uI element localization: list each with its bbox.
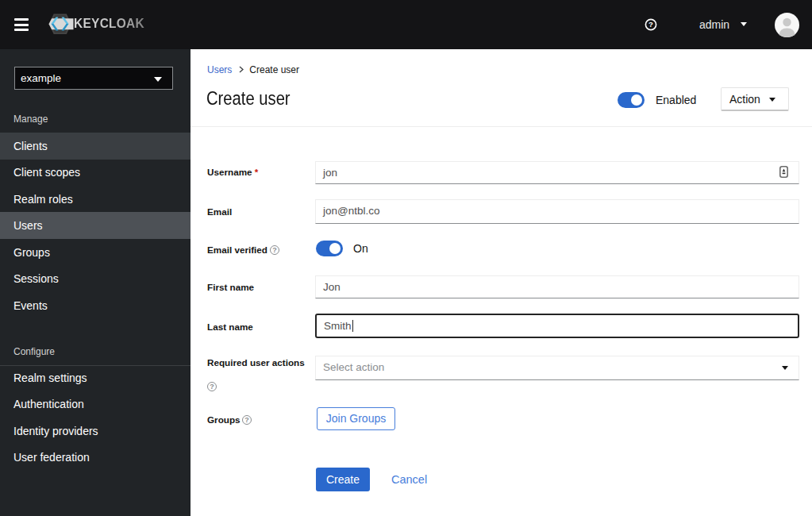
svg-text:?: ? xyxy=(648,20,653,29)
